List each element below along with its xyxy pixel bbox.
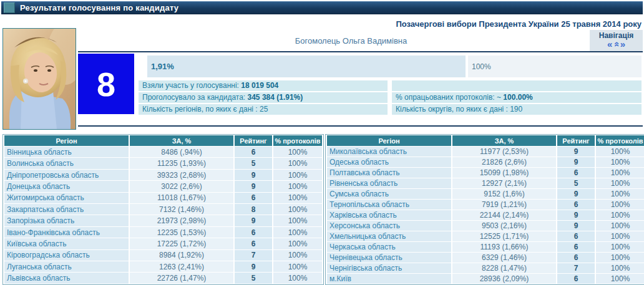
candidate-summary-panel: 8 1,91% 100% Взяли участь у голосуванні:… <box>78 51 643 127</box>
results-table-right: Регіон ЗА, % Рейтинг % протоколів Микола… <box>325 134 644 285</box>
table-row: Волинська область11235 (1,93%)5100% <box>4 158 322 168</box>
votes-cell: 8486 (,94%) <box>130 147 233 157</box>
counts-row: Кількість регіонів, по яких є дані : 25 … <box>139 104 642 115</box>
protocols-cell: 100% <box>596 210 644 220</box>
protocols-cell: 100% <box>596 178 644 188</box>
protocols-cell: 100% <box>273 170 322 180</box>
region-cell[interactable]: Хмельницька область <box>327 231 451 241</box>
region-cell[interactable]: Полтавська область <box>327 168 451 178</box>
region-cell[interactable]: Київська область <box>4 238 129 249</box>
table-row: Хмельницька область12525 (1,71%)6100% <box>327 231 644 241</box>
table-row: Одеська область21826 (2,6%)9100% <box>327 157 644 167</box>
column-header-votes: ЗА, % <box>452 135 556 146</box>
rating-cell: 6 <box>557 200 595 210</box>
protocols-stat: % опрацьованих протоколів: ~ 100.00% <box>392 92 642 103</box>
table-row: Чернігівська область8228 (1,47%)7100% <box>327 263 644 273</box>
region-cell[interactable]: Закарпатська область <box>4 204 129 215</box>
protocols-cell: 100% <box>273 250 322 261</box>
protocols-cell: 100% <box>596 221 644 231</box>
protocols-cell: 100% <box>596 200 644 210</box>
votes-cell: 3022 (2,6%) <box>130 181 233 191</box>
nav-up-icon[interactable]: » <box>612 41 621 47</box>
region-cell[interactable]: Черкаська область <box>327 242 451 252</box>
table-row: Львівська область22726 (1,47%)5100% <box>4 273 322 284</box>
rating-cell: 9 <box>557 210 595 220</box>
table-row: Херсонська область9503 (2,16%)9100% <box>327 221 644 231</box>
table-row: Кіровоградська область8984 (1,92%)7100% <box>4 250 322 261</box>
votes-cell: 22144 (2,14%) <box>452 210 556 220</box>
page-title: Результати голосування по кандидату <box>20 3 178 12</box>
candidate-photo <box>2 28 76 130</box>
region-cell[interactable]: м.Київ <box>327 274 451 284</box>
rating-cell: 5 <box>235 158 272 168</box>
votes-row: Проголосувало за кандидата: 345 384 (1.9… <box>139 92 642 103</box>
rating-cell: 5 <box>557 178 595 188</box>
protocols-cell: 100% <box>273 227 322 238</box>
region-cell[interactable]: Вінницька область <box>4 147 129 157</box>
votes-cell: 39323 (2,68%) <box>130 170 233 180</box>
protocols-bar: 100% <box>468 56 642 77</box>
region-cell[interactable]: Дніпропетровська область <box>4 170 129 180</box>
protocols-cell: 100% <box>273 204 322 215</box>
turnout-value: 18 019 504 <box>239 81 278 90</box>
protocols-cell: 100% <box>596 231 644 241</box>
region-cell[interactable]: Івано-Франківська область <box>4 227 129 238</box>
protocols-cell: 100% <box>273 158 322 168</box>
votes-cell: 11018 (1,67%) <box>130 193 233 203</box>
region-cell[interactable]: Херсонська область <box>327 221 451 231</box>
region-cell[interactable]: Волинська область <box>4 158 129 168</box>
region-cell[interactable]: Харківська область <box>327 210 451 220</box>
rating-cell: 6 <box>557 231 595 241</box>
region-cell[interactable]: Львівська область <box>4 273 129 284</box>
region-cell[interactable]: Донецька область <box>4 181 129 191</box>
region-cell[interactable]: Одеська область <box>327 157 451 167</box>
page-header-bar: Результати голосування по кандидату <box>1 1 643 14</box>
votes-stat: Проголосувало за кандидата: 345 384 (1.9… <box>139 92 388 103</box>
votes-cell: 7919 (1,21%) <box>452 200 556 210</box>
region-cell[interactable]: Тернопільська область <box>327 200 451 210</box>
rating-cell: 6 <box>557 274 595 284</box>
header-accent-square-icon <box>4 2 15 13</box>
protocols-cell: 100% <box>273 273 322 284</box>
rating-cell: 6 <box>557 168 595 178</box>
region-cell[interactable]: Рівненська область <box>327 178 451 188</box>
table-row: Луганська область1263 (2,41%)9100% <box>4 261 322 272</box>
navigation-label: Навігація <box>590 30 643 40</box>
table-row: Миколаївська область11977 (2,53%)9100% <box>327 147 644 157</box>
votes-cell: 9503 (2,16%) <box>452 221 556 231</box>
votes-cell: 28936 (2,09%) <box>452 274 556 284</box>
table-row: Івано-Франківська область12235 (1,53%)61… <box>4 227 322 238</box>
table-header-row: Регіон ЗА, % Рейтинг % протоколів <box>4 135 322 146</box>
portrait-image <box>3 29 76 129</box>
region-cell[interactable]: Житомирська область <box>4 193 129 203</box>
table-row: Житомирська область11018 (1,67%)6100% <box>4 193 322 203</box>
region-cell[interactable]: Чернігівська область <box>327 263 451 273</box>
region-cell[interactable]: Сумська область <box>327 189 451 199</box>
results-tables: Регіон ЗА, % Рейтинг % протоколів Вінниц… <box>2 134 644 285</box>
table-row: Закарпатська область7132 (1,46%)8100% <box>4 204 322 215</box>
rating-cell: 9 <box>235 181 272 191</box>
region-cell[interactable]: Миколаївська область <box>327 147 451 157</box>
region-cell[interactable]: Кіровоградська область <box>4 250 129 261</box>
protocols-cell: 100% <box>273 215 322 226</box>
protocols-cell: 100% <box>273 193 322 203</box>
region-cell[interactable]: Чернівецька область <box>327 253 451 263</box>
region-cell[interactable]: Запорізька область <box>4 215 129 226</box>
votes-cell: 11193 (1,66%) <box>452 242 556 252</box>
table-row: Тернопільська область7919 (1,21%)6100% <box>327 200 644 210</box>
candidate-name: Богомолець Ольга Вадимівна <box>78 36 624 46</box>
column-header-region: Регіон <box>327 135 451 146</box>
protocols-cell: 100% <box>596 263 644 273</box>
region-cell[interactable]: Луганська область <box>4 261 129 272</box>
table-row: Дніпропетровська область39323 (2,68%)910… <box>4 170 322 180</box>
rating-cell: 9 <box>557 221 595 231</box>
column-header-rating: Рейтинг <box>557 135 595 146</box>
rating-cell: 9 <box>235 215 272 226</box>
column-header-region: Регіон <box>4 135 129 146</box>
rating-cell: 8 <box>235 204 272 215</box>
votes-cell: 22726 (1,47%) <box>130 273 233 284</box>
rating-cell: 7 <box>235 250 272 261</box>
navigation-panel: Навігація «»» <box>590 30 643 51</box>
percent-bar-fill <box>139 56 147 77</box>
rating-cell: 6 <box>235 227 272 238</box>
